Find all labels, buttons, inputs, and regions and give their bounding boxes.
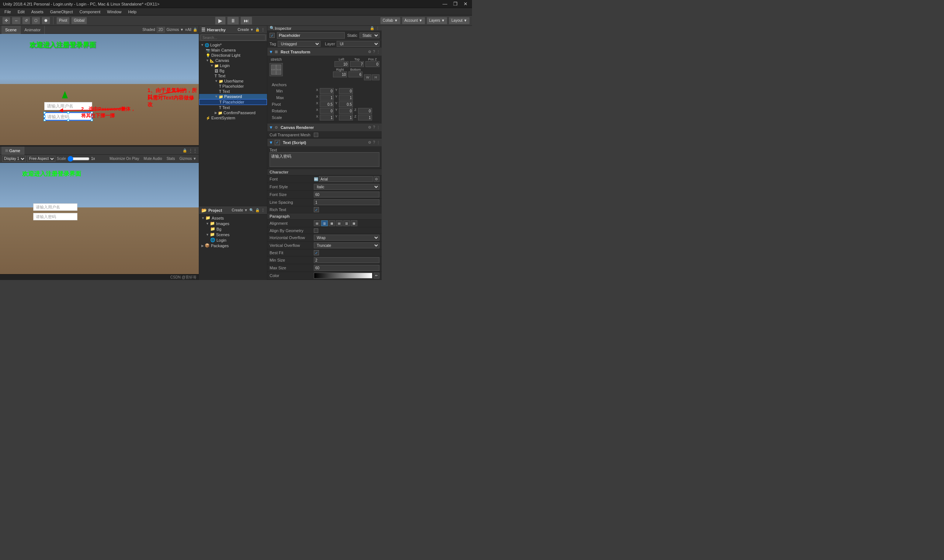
menu-window[interactable]: Window — [104, 9, 124, 14]
rt-scale-y-input[interactable] — [339, 115, 353, 120]
game-menu-icon[interactable]: ⋮⋮ — [188, 148, 197, 153]
project-menu-icon[interactable]: ⋮ — [261, 208, 265, 212]
project-images[interactable]: ▼ 📁 Images — [200, 221, 266, 226]
close-button[interactable]: ✕ — [462, 1, 469, 7]
scene-canvas[interactable]: 欢迎进入注册登录界面 请输入用户名 请输入密码 — [0, 34, 199, 145]
align-right-top[interactable]: ▦ — [329, 220, 335, 226]
rt-max-x-input[interactable] — [320, 95, 334, 101]
font-size-input[interactable] — [314, 192, 379, 197]
static-dropdown[interactable]: Static — [359, 32, 379, 38]
animator-tab[interactable]: Animator — [21, 26, 45, 34]
rt-min-y-input[interactable] — [339, 88, 353, 94]
scene-2d-button[interactable]: 2D — [157, 27, 165, 32]
rt-right-input[interactable] — [333, 71, 347, 77]
align-center-top[interactable]: ▥ — [321, 220, 328, 226]
rt-pivot-x-input[interactable] — [320, 101, 334, 107]
inspector-menu-icon[interactable]: ⋮ — [376, 26, 379, 30]
tag-dropdown[interactable]: Untagged — [278, 41, 321, 47]
transform-move-tool[interactable]: ↔ — [12, 17, 21, 24]
scene-all-button[interactable]: ≡All — [185, 28, 191, 32]
rt-max-y-input[interactable] — [339, 95, 353, 101]
rt-pivot-y-input[interactable] — [339, 101, 353, 107]
hierarchy-menu-icon[interactable]: ⋮ — [261, 28, 265, 32]
rt-w-button[interactable]: W — [364, 74, 371, 80]
menu-gameobject[interactable]: GameObject — [47, 9, 76, 14]
rt-rot-z-input[interactable] — [358, 108, 372, 114]
min-size-input[interactable] — [314, 257, 379, 263]
game-display-dropdown[interactable]: Display 1 — [2, 156, 26, 162]
rt-top-input[interactable] — [350, 61, 364, 67]
hierarchy-item-text1[interactable]: T Text — [199, 73, 267, 78]
transform-scale-tool[interactable]: ⬡ — [32, 17, 40, 24]
pivot-button[interactable]: Pivot — [56, 17, 70, 24]
rt-icon2[interactable]: ? — [373, 50, 375, 54]
cr-icon1[interactable]: ⚙ — [368, 125, 371, 129]
transform-rotate-tool[interactable]: ↺ — [22, 17, 30, 24]
rt-scale-z-input[interactable] — [358, 115, 372, 120]
menu-help[interactable]: Help — [125, 9, 139, 14]
hierarchy-create-button[interactable]: Create ▼ — [238, 28, 254, 32]
scene-gizmos-button[interactable]: Gizmos ▼ — [166, 28, 184, 32]
game-scale-slider[interactable] — [68, 157, 89, 161]
rect-transform-header[interactable]: ▼ ⊞ Rect Transform ⚙ ? ⋮ — [267, 48, 382, 56]
hierarchy-item-placeholder-password[interactable]: T Placeholder — [199, 99, 267, 105]
transform-hand-tool[interactable]: ✜ — [2, 17, 10, 24]
menu-file[interactable]: File — [2, 9, 14, 14]
line-spacing-input[interactable] — [314, 199, 379, 205]
object-name-input[interactable] — [277, 32, 345, 39]
object-active-checkbox[interactable]: ✓ — [270, 33, 275, 38]
hierarchy-item-main-camera[interactable]: 📷 Main Camera — [199, 48, 267, 53]
scene-tab[interactable]: Scene — [2, 26, 21, 34]
minimize-button[interactable]: — — [441, 1, 449, 7]
menu-edit[interactable]: Edit — [15, 9, 28, 14]
font-select-button[interactable]: ⊙ — [373, 176, 379, 182]
project-scenes[interactable]: ▼ 📁 Scenes — [200, 232, 266, 237]
font-input[interactable] — [319, 176, 373, 182]
scene-view[interactable]: 欢迎进入注册登录界面 请输入用户名 请输入密码 — [0, 34, 199, 145]
project-search-icon[interactable]: 🔍 — [249, 208, 254, 212]
align-left-mid[interactable]: ▤ — [336, 220, 342, 226]
rt-min-x-input[interactable] — [320, 88, 334, 94]
collab-button[interactable]: Collab ▼ — [380, 17, 401, 24]
canvas-renderer-header[interactable]: ▼ ⊙ Canvas Renderer ⚙ ? ⋮ — [267, 123, 382, 132]
account-button[interactable]: Account ▼ — [402, 17, 425, 24]
color-eyedropper-button[interactable]: ✏ — [373, 272, 379, 278]
text-content-textarea[interactable]: 请输入密码 — [270, 152, 379, 167]
hierarchy-item-event-system[interactable]: ⚡ EventSystem — [199, 115, 267, 120]
game-gizmos-button[interactable]: Gizmos ▼ — [179, 157, 197, 161]
text-script-header[interactable]: ▼ ✓ Text (Script) ⚙ ? ⋮ — [267, 138, 382, 147]
text-script-active-checkbox[interactable]: ✓ — [275, 140, 280, 145]
pause-button[interactable]: ⏸ — [227, 17, 239, 25]
hierarchy-item-placeholder-username[interactable]: T Placeholder — [199, 84, 267, 89]
hierarchy-item-password[interactable]: ▼ 📁 Password — [199, 94, 267, 99]
game-username-input[interactable]: 请输入用户名 — [33, 203, 77, 211]
game-mute-button[interactable]: Mute Audio — [144, 157, 162, 161]
hierarchy-item-username[interactable]: ▼ 📁 UserName — [199, 78, 267, 84]
hierarchy-search-input[interactable] — [201, 35, 265, 40]
rt-h-button[interactable]: H — [372, 74, 379, 80]
hierarchy-item-text-password[interactable]: T Text — [199, 105, 267, 110]
maximize-button[interactable]: ❐ — [452, 1, 459, 7]
hierarchy-item-login-root[interactable]: ▼ 🌐 Login* — [199, 42, 267, 48]
scene-shading-dropdown[interactable]: Shaded — [142, 28, 155, 32]
align-center-mid[interactable]: ▥ — [343, 220, 350, 226]
game-stats-button[interactable]: Stats — [167, 157, 175, 161]
align-right-mid[interactable]: ▦ — [351, 220, 357, 226]
rich-text-checkbox[interactable]: ✓ — [314, 207, 319, 212]
window-controls[interactable]: — ❐ ✕ — [441, 1, 469, 7]
rt-icon3[interactable]: ⋮ — [376, 50, 380, 54]
project-bg[interactable]: 📁 Bg — [200, 226, 266, 232]
rt-icon1[interactable]: ⚙ — [368, 50, 371, 54]
game-maximize-button[interactable]: Maximize On Play — [110, 157, 139, 161]
horiz-overflow-dropdown[interactable]: Wrap Overflow — [314, 235, 379, 241]
ts-icon2[interactable]: ? — [373, 140, 375, 145]
transform-rect-tool[interactable]: ⬢ — [42, 17, 50, 24]
color-preview-swatch[interactable] — [314, 272, 372, 278]
hierarchy-item-bg[interactable]: 🖼 Bg — [199, 68, 267, 73]
play-button[interactable]: ▶ — [215, 17, 226, 25]
layers-button[interactable]: Layers ▼ — [427, 17, 448, 24]
best-fit-checkbox[interactable]: ✓ — [314, 250, 319, 255]
rt-rot-x-input[interactable] — [320, 108, 334, 114]
rt-left-input[interactable] — [335, 61, 349, 67]
game-tab[interactable]: ⊞ Game — [2, 147, 24, 155]
